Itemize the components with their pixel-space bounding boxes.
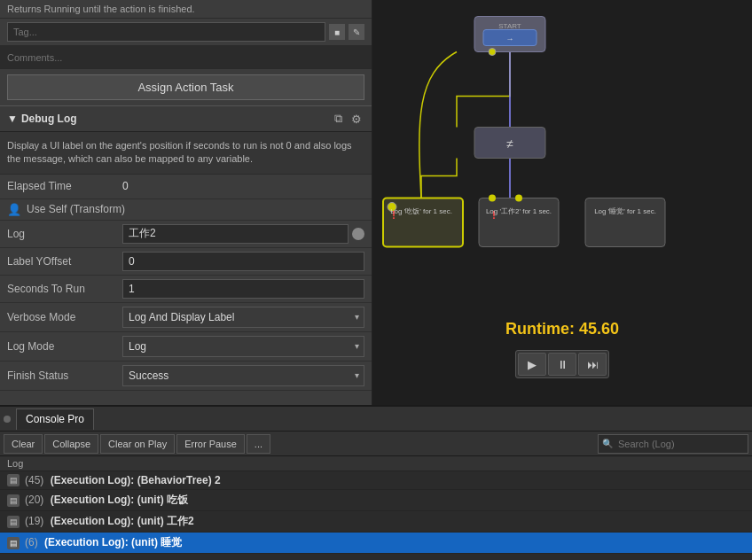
- collapse-button[interactable]: Collapse: [44, 434, 98, 454]
- section-settings-btn[interactable]: ⚙: [349, 111, 364, 127]
- svg-rect-11: [479, 198, 559, 247]
- log-text-4: (6) (Execution Log): (unit) 睡觉: [25, 535, 182, 550]
- svg-text:Log '吃饭' for 1 sec.: Log '吃饭' for 1 sec.: [390, 207, 452, 215]
- search-input[interactable]: [598, 434, 748, 454]
- person-icon: 👤: [7, 203, 21, 216]
- tag-row: ■ ✎: [0, 19, 372, 46]
- log-row: Log: [0, 221, 372, 248]
- clear-button[interactable]: Clear: [4, 434, 43, 454]
- debug-log-section-header: ▼ Debug Log ⧉ ⚙: [0, 105, 372, 132]
- search-wrapper: [598, 434, 748, 454]
- console-tab-bar: Console Pro: [0, 407, 752, 432]
- label-yoffset-input[interactable]: [122, 252, 364, 271]
- log-entry-1[interactable]: ▤ (45) (Execution Log): (BehaviorTree) 2: [0, 471, 752, 490]
- description-box: Display a UI label on the agent's positi…: [0, 132, 372, 175]
- svg-text:Log '工作2' for 1 sec.: Log '工作2' for 1 sec.: [486, 207, 552, 215]
- section-copy-btn[interactable]: ⧉: [332, 111, 345, 127]
- svg-text:START: START: [498, 22, 521, 30]
- section-title: ▼ Debug Log: [7, 113, 77, 125]
- runtime-display: Runtime: 45.60: [505, 320, 619, 338]
- console-pro-tab[interactable]: Console Pro: [16, 408, 94, 430]
- section-icons: ⧉ ⚙: [332, 111, 364, 127]
- seconds-to-run-input[interactable]: [122, 279, 364, 299]
- svg-point-4: [489, 49, 496, 56]
- log-entry-icon-4: ▤: [7, 537, 20, 549]
- pause-button[interactable]: ⏸: [548, 353, 576, 376]
- svg-text:→: →: [506, 35, 514, 43]
- log-text-2: (20) (Execution Log): (unit) 吃饭: [25, 493, 188, 508]
- finish-status-select-wrapper: Success Failure Running: [122, 365, 364, 386]
- seconds-to-run-label: Seconds To Run: [7, 283, 122, 295]
- svg-rect-14: [585, 198, 665, 247]
- node-canvas[interactable]: START → ≠ ! Log '吃饭' for 1 sec. ! Log '工…: [372, 0, 752, 405]
- console-toolbar: Clear Collapse Clear on Play Error Pause…: [0, 432, 752, 456]
- playback-controls: ▶ ⏸ ⏭: [515, 350, 609, 378]
- log-mode-select[interactable]: Log Warning Error: [122, 336, 364, 357]
- verbose-mode-label: Verbose Mode: [7, 311, 122, 323]
- log-mode-select-wrapper: Log Warning Error: [122, 336, 364, 357]
- finish-status-select[interactable]: Success Failure Running: [122, 365, 364, 386]
- use-self-row: 👤 Use Self (Transform): [0, 199, 372, 221]
- label-yoffset-label: Label YOffset: [7, 255, 122, 268]
- play-button[interactable]: ▶: [518, 353, 546, 376]
- clear-on-play-button[interactable]: Clear on Play: [100, 434, 175, 454]
- verbose-mode-select-wrapper: Log And Display Label Log Only Display L…: [122, 307, 364, 328]
- console-area: Console Pro Clear Collapse Clear on Play…: [0, 405, 752, 560]
- log-header: Log: [0, 456, 752, 471]
- label-yoffset-row: Label YOffset: [0, 248, 372, 276]
- log-mode-row: Log Mode Log Warning Error: [0, 332, 372, 362]
- elapsed-time-row: Elapsed Time 0: [0, 175, 372, 199]
- skip-button[interactable]: ⏭: [578, 353, 607, 376]
- finish-status-label: Finish Status: [7, 369, 122, 382]
- log-entry-4[interactable]: ▤ (6) (Execution Log): (unit) 睡觉: [0, 533, 752, 554]
- error-pause-button[interactable]: Error Pause: [176, 434, 245, 454]
- tag-input[interactable]: [7, 22, 325, 42]
- top-info: Returns Running until the action is fini…: [0, 0, 372, 19]
- tag-edit-btn[interactable]: ✎: [349, 24, 364, 40]
- svg-point-16: [489, 195, 496, 202]
- log-entry-icon-3: ▤: [7, 516, 20, 528]
- behavior-tree-svg: START → ≠ ! Log '吃饭' for 1 sec. ! Log '工…: [372, 0, 752, 405]
- top-info-text: Returns Running until the action is fini…: [7, 4, 195, 14]
- elapsed-time-label: Elapsed Time: [7, 180, 122, 192]
- log-input[interactable]: [122, 224, 349, 244]
- console-content: Log ▤ (45) (Execution Log): (BehaviorTre…: [0, 456, 752, 560]
- log-mode-label: Log Mode: [7, 340, 122, 353]
- more-button[interactable]: ...: [247, 434, 270, 454]
- verbose-mode-row: Verbose Mode Log And Display Label Log O…: [0, 303, 372, 332]
- svg-text:Log '睡觉' for 1 sec.: Log '睡觉' for 1 sec.: [594, 207, 656, 215]
- log-entry-2[interactable]: ▤ (20) (Execution Log): (unit) 吃饭: [0, 490, 752, 511]
- log-entry-3[interactable]: ▤ (19) (Execution Log): (unit) 工作2: [0, 511, 752, 533]
- log-entry-icon-1: ▤: [7, 474, 20, 486]
- log-circle: [352, 228, 364, 240]
- log-text-3: (19) (Execution Log): (unit) 工作2: [25, 514, 194, 529]
- log-label: Log: [7, 228, 122, 240]
- tag-color-btn[interactable]: ■: [329, 24, 345, 40]
- svg-text:≠: ≠: [506, 136, 513, 151]
- finish-status-row: Finish Status Success Failure Running: [0, 362, 372, 391]
- assign-action-task-button[interactable]: Assign Action Task: [7, 74, 364, 100]
- seconds-to-run-row: Seconds To Run: [0, 276, 372, 303]
- comments-input[interactable]: [0, 46, 372, 69]
- verbose-mode-select[interactable]: Log And Display Label Log Only Display L…: [122, 307, 364, 328]
- use-self-label: Use Self (Transform): [27, 203, 125, 215]
- console-tab-icon: [4, 416, 11, 423]
- log-input-wrapper: [122, 224, 364, 244]
- left-panel: Returns Running until the action is fini…: [0, 0, 372, 405]
- elapsed-time-value: 0: [122, 180, 364, 192]
- svg-point-17: [515, 195, 522, 202]
- log-text-1: (45) (Execution Log): (BehaviorTree) 2: [25, 474, 221, 486]
- log-entry-icon-2: ▤: [7, 494, 20, 507]
